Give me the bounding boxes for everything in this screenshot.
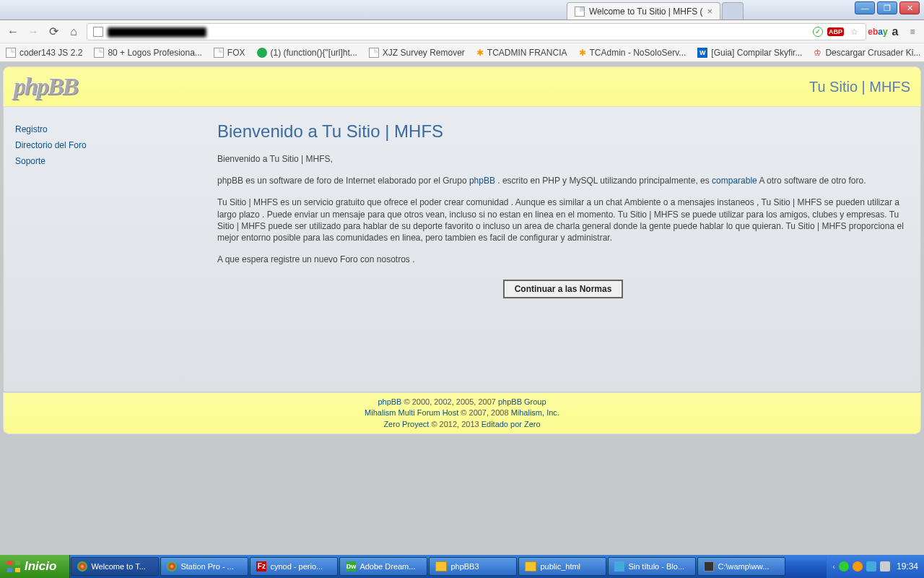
bookmark-icon: ✱ [476,48,484,58]
tray-icon[interactable] [839,561,849,571]
bookmark-item[interactable]: FOX [214,48,245,58]
continue-button[interactable]: Continuar a las Normas [503,280,624,298]
filezilla-icon: Fz [256,561,266,571]
bookmark-icon: W [697,48,707,58]
sidebar-link-directorio[interactable]: Directorio del Foro [15,137,203,153]
bookmark-item[interactable]: ✱TCADMIN FRANCIA [476,48,567,58]
bookmark-item[interactable]: XJZ Survey Remover [369,48,465,58]
bookmark-icon [214,48,224,58]
bookmark-item[interactable]: coder143 JS 2.2 [6,48,82,58]
sidebar: Registro Directorio del Foro Soporte [15,121,217,334]
footer-phpbb-link[interactable]: phpBB [378,397,401,406]
amazon-icon[interactable]: a [889,26,901,38]
content-area: Registro Directorio del Foro Soporte Bie… [3,107,921,392]
window-controls: — ❐ ✕ [855,1,920,14]
button-row: Continuar a las Normas [217,280,909,298]
close-window-button[interactable]: ✕ [899,1,920,14]
address-bar[interactable]: ████████████████████ ✓ ABP ☆ [87,23,866,40]
site-footer: phpBB © 2000, 2002, 2005, 2007 phpBB Gro… [3,392,921,434]
tray-arrow-icon[interactable]: ‹ [832,562,835,571]
minimize-button[interactable]: — [855,1,875,14]
folder-icon [435,561,447,571]
new-tab-button[interactable] [722,2,744,20]
navigation-bar: ← → ⟳ ⌂ ████████████████████ ✓ ABP ☆ eba… [0,20,924,43]
tray-icon[interactable] [853,561,863,571]
ebay-icon[interactable]: ebay [872,26,884,38]
taskbar-item[interactable]: Sin título - Blo... [608,557,696,576]
clock[interactable]: 19:34 [897,561,918,571]
bookmark-item[interactable]: 80 + Logos Profesiona... [94,48,201,58]
bookmark-icon: ♔ [814,48,821,58]
bookmark-icon [369,48,379,58]
chrome-icon [77,561,87,571]
bookmark-icon [6,48,16,58]
start-button[interactable]: Inicio [0,555,70,578]
description-paragraph: Tu Sitio | MHFS es un servicio gratuito … [217,197,909,243]
browser-tab[interactable]: Welcome to Tu Sitio | MHFS ( × [567,2,720,20]
sidebar-link-registro[interactable]: Registro [15,121,203,137]
folder-icon [525,561,536,571]
bookmark-item[interactable]: (1) (function(){"[url]ht... [257,48,357,58]
bookmark-icon: ✱ [579,48,586,58]
chrome-icon [167,561,177,571]
main-content: Bienvenido a Tu Sitio | MHFS Bienvenido … [217,121,909,334]
bookmark-item[interactable]: ✱TCAdmin - NoSoloServ... [579,48,687,58]
menu-icon[interactable]: ≡ [907,26,918,38]
about-paragraph: phpBB es un software de foro de Internet… [217,175,909,186]
star-icon[interactable]: ☆ [848,26,860,38]
page-heading: Bienvenido a Tu Sitio | MHFS [217,121,909,142]
tray-icon[interactable] [866,561,876,571]
site-title: Tu Sitio | MHFS [809,79,910,95]
taskbar-item[interactable]: public_html [518,557,606,576]
cmd-icon [704,561,714,571]
system-tray: ‹ 19:34 [827,555,924,578]
bookmark-icon [257,48,267,58]
taskbar-item[interactable]: DwAdobe Dream... [339,557,427,576]
home-button[interactable]: ⌂ [66,25,81,39]
tray-volume-icon[interactable] [880,561,890,571]
comparable-link[interactable]: comparable [712,176,757,186]
bookmark-item[interactable]: ♔Descargar Crusader Ki... [814,48,920,58]
site-icon [93,27,103,37]
windows-logo-icon [7,561,20,572]
url-text: ████████████████████ [108,27,206,36]
footer-phpbb-group-link[interactable]: phpBB Group [498,397,546,406]
tab-title: Welcome to Tu Sitio | MHFS ( [589,7,703,17]
cta-paragraph: A que espera registre un nuevo Foro con … [217,254,909,265]
sidebar-link-soporte[interactable]: Soporte [15,153,203,169]
tab-strip: Welcome to Tu Sitio | MHFS ( × [0,0,924,20]
phpbb-logo: phpBB [14,73,77,100]
dreamweaver-icon: Dw [346,561,356,571]
verified-icon[interactable]: ✓ [813,27,823,37]
bookmark-icon [94,48,104,58]
footer-mmfh-link[interactable]: Mihalism Multi Forum Host [365,408,458,417]
abp-icon[interactable]: ABP [827,27,844,36]
close-tab-icon[interactable]: × [707,6,713,17]
footer-zero-link[interactable]: Zero Proyect [383,420,429,428]
page-viewport: phpBB Tu Sitio | MHFS Registro Directori… [0,62,924,434]
bookmark-item[interactable]: W[Guia] Compilar Skyfir... [697,48,802,58]
taskbar-item[interactable]: Welcome to T... [71,557,159,576]
taskbar-item[interactable]: Station Pro - ... [160,557,248,576]
footer-editado-link[interactable]: Editado por Zero [481,420,541,428]
taskbar-item[interactable]: phpBB3 [429,557,517,576]
taskbar: Inicio Welcome to T... Station Pro - ...… [0,555,924,578]
back-button[interactable]: ← [6,25,20,39]
forward-button[interactable]: → [26,25,40,39]
taskbar-item[interactable]: Fzcynod - perio... [250,557,338,576]
site-header: phpBB Tu Sitio | MHFS [3,66,921,107]
maximize-button[interactable]: ❐ [877,1,897,14]
phpbb-link[interactable]: phpBB [469,176,495,186]
reload-button[interactable]: ⟳ [46,25,61,39]
footer-mihalism-link[interactable]: Mihalism, Inc. [511,408,559,417]
intro-paragraph: Bienvenido a Tu Sitio | MHFS, [217,153,909,165]
notepad-icon [614,561,624,571]
taskbar-item[interactable]: C:\wamp\ww... [697,557,785,576]
bookmarks-bar: coder143 JS 2.2 80 + Logos Profesiona...… [0,43,924,62]
page-icon [575,7,585,17]
